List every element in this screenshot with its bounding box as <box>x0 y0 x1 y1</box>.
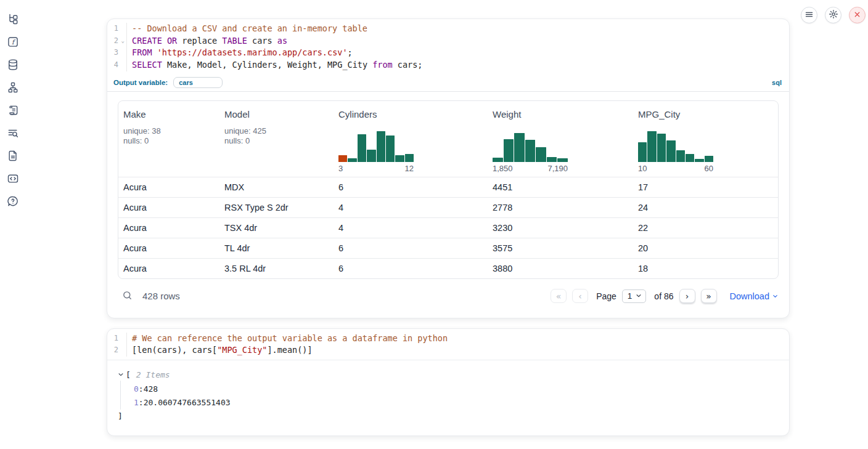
chevron-down-icon <box>772 291 779 301</box>
table-cell: 6 <box>334 243 488 253</box>
table-cell: 18 <box>633 264 778 273</box>
chevron-left-icon: ‹ <box>578 291 582 301</box>
code-lines: # We can reference the output variable a… <box>127 333 789 357</box>
histogram-bar <box>666 140 675 162</box>
gear-icon <box>829 9 838 21</box>
table-row: AcuraMDX6445117 <box>118 177 778 197</box>
code-line: -- Download a CSV and create an in-memor… <box>132 23 789 35</box>
table-body: AcuraMDX6445117AcuraRSX Type S 2dr427782… <box>118 177 778 278</box>
search-icon <box>122 290 133 302</box>
line-number: 2 <box>110 35 118 47</box>
histogram-bar <box>547 157 557 162</box>
help-panel-button[interactable] <box>6 195 20 208</box>
search-button[interactable] <box>122 290 133 302</box>
table-cell: Acura <box>118 243 219 253</box>
line-number-gutter: 12⌄34 <box>107 23 127 71</box>
variables-icon: f <box>7 36 19 48</box>
histogram-bar <box>657 134 666 162</box>
table-cell: Acura <box>118 264 219 273</box>
next-page-button[interactable]: › <box>679 289 695 303</box>
histogram-bar <box>647 131 656 162</box>
page-of-label: of 86 <box>654 291 673 301</box>
list-item: 1: 20.060747663551403 <box>134 396 779 410</box>
fold-chevron-icon[interactable]: ⌄ <box>118 38 125 44</box>
table-cell: 24 <box>633 203 778 212</box>
file-tree-panel-button[interactable] <box>6 12 20 26</box>
code-line: # We can reference the output variable a… <box>132 333 789 345</box>
column-name: MPG_City <box>638 109 778 119</box>
list-output: [ 2 Items 0: 4281: 20.060747663551403 ] <box>107 360 789 435</box>
snippets-icon <box>7 172 19 185</box>
table-cell: MDX <box>219 182 334 192</box>
language-badge[interactable]: sql <box>772 79 782 86</box>
table-row: AcuraTSX 4dr4323022 <box>118 217 778 238</box>
documentation-panel-button[interactable] <box>6 149 20 163</box>
svg-text:f: f <box>12 38 16 46</box>
column-stat: unique: 38 <box>123 126 219 137</box>
histogram-bar <box>338 155 347 162</box>
column-header[interactable]: Cylinders312 <box>334 109 488 177</box>
dependency-graph-icon <box>7 81 19 94</box>
settings-button[interactable] <box>825 7 841 23</box>
table-cell: 2778 <box>488 203 633 212</box>
histogram-bar <box>367 150 375 162</box>
database-panel-button[interactable] <box>6 58 20 71</box>
file-tree-icon <box>7 13 19 25</box>
logs-panel-button[interactable] <box>6 103 20 117</box>
snippets-panel-button[interactable] <box>6 172 20 185</box>
histogram-bar <box>358 134 366 162</box>
dependency-graph-panel-button[interactable] <box>6 81 20 94</box>
line-number: 2 <box>110 344 118 357</box>
table-cell: 6 <box>334 264 488 273</box>
table-cell: 3230 <box>488 223 633 233</box>
first-page-button[interactable]: « <box>551 289 567 303</box>
chevrons-left-icon: « <box>556 291 562 301</box>
table-cell: 4451 <box>488 182 633 192</box>
code-line: [len(cars), cars["MPG_City"].mean()] <box>132 344 789 357</box>
download-button[interactable]: Download <box>730 291 779 301</box>
line-number: 3 <box>110 47 118 59</box>
collapse-toggle[interactable] <box>118 371 124 378</box>
previous-page-button[interactable]: ‹ <box>572 289 588 303</box>
column-header[interactable]: MPG_City1060 <box>633 109 778 177</box>
last-page-button[interactable]: » <box>701 289 717 303</box>
output-variable-input[interactable] <box>173 77 223 88</box>
line-number: 1 <box>110 23 118 35</box>
histogram-bar <box>493 158 503 162</box>
page-select[interactable]: 1 <box>622 289 647 303</box>
table-cell: TL 4dr <box>219 243 334 253</box>
column-header[interactable]: Makeunique: 38nulls: 0 <box>118 109 219 177</box>
table-cell: 20 <box>633 243 778 253</box>
column-name: Model <box>224 109 334 119</box>
variables-panel-button[interactable]: f <box>6 35 20 49</box>
chevron-down-icon <box>636 291 642 301</box>
shutdown-button[interactable] <box>849 7 866 23</box>
hamburger-icon <box>805 10 814 21</box>
histogram-bar <box>514 133 525 162</box>
notebook-actions <box>801 7 866 23</box>
pagination: « ‹ Page 1 of 86 › <box>551 289 779 303</box>
python-cell: 12 # We can reference the output variabl… <box>107 328 790 436</box>
search-list-panel-button[interactable] <box>6 126 20 140</box>
column-stat: nulls: 0 <box>123 136 219 147</box>
column-header[interactable]: Weight1,8507,190 <box>488 109 633 177</box>
histogram-bar <box>686 154 694 162</box>
code-line: CREATE OR replace TABLE cars as <box>132 35 789 47</box>
python-code-editor[interactable]: 12 # We can reference the output variabl… <box>107 329 789 360</box>
table-output: Makeunique: 38nulls: 0Modelunique: 425nu… <box>107 92 789 318</box>
close-bracket: ] <box>118 410 779 422</box>
table-cell: 3880 <box>488 264 633 273</box>
helper-sidebar: f <box>6 12 20 208</box>
list-item: 0: 428 <box>134 382 779 396</box>
histogram-bar <box>676 150 685 162</box>
item-index: 0 <box>134 384 139 394</box>
histogram-bar <box>395 155 404 162</box>
table-cell: Acura <box>118 182 219 192</box>
histogram-bar <box>504 139 514 162</box>
column-header[interactable]: Modelunique: 425nulls: 0 <box>219 109 334 177</box>
sql-code-editor[interactable]: 12⌄34 -- Download a CSV and create an in… <box>107 19 789 75</box>
table-cell: Acura <box>118 203 219 212</box>
histogram-bar <box>695 159 703 162</box>
menu-button[interactable] <box>801 7 817 23</box>
histogram-bar <box>536 147 546 162</box>
